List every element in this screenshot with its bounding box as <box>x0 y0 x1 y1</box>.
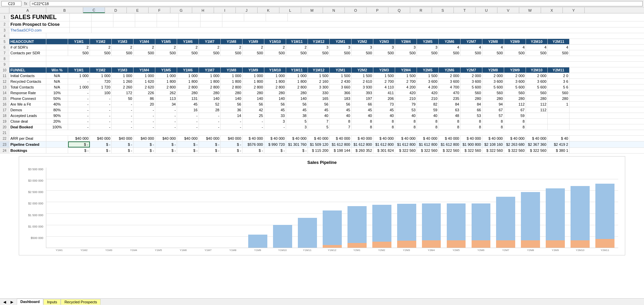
cell-14-y[interactable]: 560 <box>548 90 570 96</box>
cell-13-u[interactable]: 5 600 <box>461 84 482 90</box>
cell-22-u[interactable]: $ 40 000 <box>461 136 482 141</box>
cell-23-r[interactable]: $1 612 800 <box>395 141 417 147</box>
cell-16-y[interactable]: 1 <box>548 102 570 107</box>
cell-20-j[interactable]: - <box>221 124 243 130</box>
cell-11-w[interactable]: 2 000 <box>504 73 526 78</box>
cell-19-j[interactable]: - <box>221 119 243 124</box>
cell-24-i[interactable]: $ - <box>199 148 221 153</box>
cell-6-p[interactable]: 3 <box>352 45 373 50</box>
cell-18-c[interactable]: - <box>68 113 90 118</box>
cell-17-i[interactable]: 28 <box>199 107 221 113</box>
cell-24-u[interactable]: $ 322 560 <box>461 148 482 153</box>
cell-19-x[interactable] <box>526 119 548 124</box>
cell-14-j[interactable]: 280 <box>221 90 243 96</box>
cell-13-i[interactable]: 2 800 <box>199 84 221 90</box>
cell-17-v[interactable]: 67 <box>482 107 504 113</box>
col-header-n[interactable]: N <box>323 7 345 13</box>
cell-23-i[interactable]: $ - <box>199 141 221 147</box>
cell-6-e[interactable]: 2 <box>112 45 133 50</box>
cell-7-u[interactable]: 500 <box>461 50 482 56</box>
cell-17-s[interactable]: 59 <box>417 107 439 113</box>
cell-20-s[interactable]: 8 <box>417 124 439 130</box>
cell-16-i[interactable]: 52 <box>199 102 221 107</box>
cell-15-t[interactable]: 235 <box>439 96 461 101</box>
sheet-tab-recycled[interactable]: Recycled Prospects <box>61 299 101 305</box>
col-header-v[interactable]: V <box>497 7 519 13</box>
cell-12-u[interactable]: 3 600 <box>461 79 482 84</box>
cell-24-d[interactable]: $ - <box>90 148 112 153</box>
cell-23-v[interactable]: $2 108 160 <box>482 141 504 147</box>
cell-20-y[interactable] <box>548 124 570 130</box>
col-header-i[interactable]: I <box>214 7 236 13</box>
cell-18-y[interactable] <box>548 113 570 118</box>
cell-11-h[interactable]: 1 000 <box>177 73 199 78</box>
cell-16-n[interactable]: 56 <box>308 102 330 107</box>
cell-13-label[interactable]: Total Contacts <box>9 84 46 90</box>
cell-20-v[interactable]: 8 <box>482 124 504 130</box>
cell-15-p[interactable]: 197 <box>352 96 373 101</box>
cell-11-label[interactable]: Initial Contacts <box>9 73 46 78</box>
cell-16-x[interactable]: 112 <box>526 102 548 107</box>
cell-15-w[interactable]: 280 <box>504 96 526 101</box>
cell-19-e[interactable]: - <box>112 119 133 124</box>
cell-a1[interactable]: SALES FUNNEL <box>9 13 70 21</box>
cell-18-s[interactable]: 40 <box>417 113 439 118</box>
cell-17-f[interactable]: - <box>133 107 155 113</box>
cell-7-x[interactable]: 500 <box>526 50 548 56</box>
cell-15-d[interactable]: - <box>90 96 112 101</box>
cell-15-j[interactable]: 140 <box>221 96 243 101</box>
cell-11-y[interactable]: 2 0 <box>548 73 570 78</box>
col-header-d[interactable]: D <box>105 7 127 13</box>
cell-22-x[interactable]: $ 40 000 <box>526 136 548 141</box>
cell-15-r[interactable]: 210 <box>395 96 417 101</box>
cell-22-v[interactable]: $ 40 000 <box>482 136 504 141</box>
cell-13-q[interactable]: 4 110 <box>373 84 395 90</box>
cell-23-w[interactable]: $2 263 680 <box>504 141 526 147</box>
cell-22-c[interactable]: $40 000 <box>68 136 90 141</box>
col-header-l[interactable]: L <box>279 7 301 13</box>
cell-15-v[interactable]: 280 <box>482 96 504 101</box>
col-header-u[interactable]: U <box>476 7 497 13</box>
cell-18-m[interactable]: 38 <box>286 113 308 118</box>
cell-16-h[interactable]: 45 <box>177 102 199 107</box>
col-header-y[interactable]: Y <box>563 7 585 13</box>
cell-7-j[interactable]: 500 <box>221 50 243 56</box>
cell-16-p[interactable]: 66 <box>352 102 373 107</box>
cell-15-k[interactable]: 140 <box>243 96 264 101</box>
cell-7-i[interactable]: 500 <box>199 50 221 56</box>
cell-16-m[interactable]: 56 <box>286 102 308 107</box>
cell-16-w[interactable]: 112 <box>504 102 526 107</box>
cell-17-r[interactable]: 53 <box>395 107 417 113</box>
cell-20-winpct[interactable]: 100% <box>46 124 68 130</box>
cell-14-e[interactable]: 172 <box>112 90 133 96</box>
cell-12-y[interactable]: 3 6 <box>548 79 570 84</box>
cell-17-label[interactable]: Demos <box>9 107 46 113</box>
cell-18-g[interactable]: - <box>155 113 177 118</box>
cell-17-u[interactable]: 66 <box>461 107 482 113</box>
cell-24-q[interactable]: $ 301 824 <box>373 148 395 153</box>
cell-19-m[interactable]: 5 <box>286 119 308 124</box>
cell-6-k[interactable]: 2 <box>243 45 264 50</box>
cell-6-x[interactable]: 4 <box>526 45 548 50</box>
cell-11-i[interactable]: 1 000 <box>199 73 221 78</box>
cell-24-o[interactable]: $ 198 144 <box>330 148 352 153</box>
cell-20-u[interactable]: 8 <box>461 124 482 130</box>
cell-15-e[interactable]: 50 <box>112 96 133 101</box>
cell-12-f[interactable]: 1 620 <box>133 79 155 84</box>
cell-12-q[interactable]: 2 700 <box>373 79 395 84</box>
cell-24-h[interactable]: $ - <box>177 148 199 153</box>
cell-23-q[interactable]: $1 612 800 <box>373 141 395 147</box>
col-header-t[interactable]: T <box>454 7 476 13</box>
cell-14-p[interactable]: 393 <box>352 90 373 96</box>
cell-23-c-selected[interactable]: $ - <box>68 141 90 147</box>
cell-23-j[interactable]: $ - <box>221 141 243 147</box>
cell-11-x[interactable]: 2 000 <box>526 73 548 78</box>
cell-14-u[interactable]: 560 <box>461 90 482 96</box>
cell-7-c[interactable]: 500 <box>68 50 90 56</box>
cell-24-p[interactable]: $ 260 352 <box>352 148 373 153</box>
cell-18-p[interactable]: 40 <box>352 113 373 118</box>
cell-6-s[interactable]: 3 <box>417 45 439 50</box>
cell-19-i[interactable]: - <box>199 119 221 124</box>
col-header-o[interactable]: O <box>345 7 367 13</box>
cell-14-m[interactable]: 280 <box>286 90 308 96</box>
